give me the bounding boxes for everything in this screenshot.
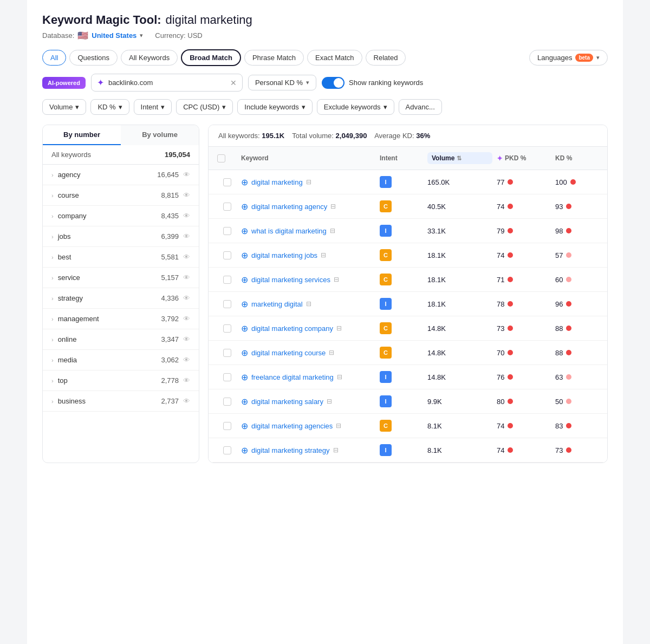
eye-icon[interactable]: 👁 — [183, 376, 190, 385]
list-item[interactable]: › online 3,347 👁 — [43, 329, 199, 350]
list-item[interactable]: › agency 16,645 👁 — [43, 165, 199, 185]
eye-icon[interactable]: 👁 — [183, 253, 190, 261]
add-keyword-icon[interactable]: ⊕ — [241, 201, 248, 212]
bookmark-icon[interactable]: ⊟ — [336, 324, 342, 332]
bookmark-icon[interactable]: ⊟ — [321, 251, 326, 259]
list-item[interactable]: › course 8,815 👁 — [43, 185, 199, 206]
list-item[interactable]: › strategy 4,336 👁 — [43, 288, 199, 309]
add-keyword-icon[interactable]: ⊕ — [241, 348, 248, 358]
eye-icon[interactable]: 👁 — [183, 397, 190, 405]
chevron-right-icon: › — [51, 275, 54, 281]
row-checkbox[interactable] — [223, 373, 231, 381]
domain-search-input[interactable] — [108, 79, 226, 87]
th-volume[interactable]: Volume ⇅ — [427, 152, 492, 164]
bookmark-icon[interactable]: ⊟ — [336, 422, 341, 430]
row-checkbox[interactable] — [223, 276, 231, 284]
row-checkbox[interactable] — [223, 398, 231, 406]
tab-exact-match[interactable]: Exact Match — [307, 50, 362, 66]
bookmark-icon[interactable]: ⊟ — [333, 446, 339, 454]
keyword-link[interactable]: digital marketing strategy — [251, 446, 330, 454]
tab-all[interactable]: All — [42, 50, 66, 66]
bookmark-icon[interactable]: ⊟ — [306, 178, 311, 186]
row-checkbox[interactable] — [223, 422, 231, 430]
add-keyword-icon[interactable]: ⊕ — [241, 226, 248, 236]
tab-broad-match[interactable]: Broad Match — [181, 49, 241, 66]
add-keyword-icon[interactable]: ⊕ — [241, 250, 248, 261]
volume-filter[interactable]: Volume ▾ — [42, 99, 86, 115]
row-checkbox[interactable] — [223, 227, 231, 235]
eye-icon[interactable]: 👁 — [183, 232, 190, 240]
eye-icon[interactable]: 👁 — [183, 191, 190, 199]
keyword-link[interactable]: digital marketing agency — [251, 203, 327, 211]
eye-icon[interactable]: 👁 — [183, 315, 190, 323]
intent-filter[interactable]: Intent ▾ — [134, 99, 172, 115]
sidebar-tab-by-volume[interactable]: By volume — [121, 125, 199, 145]
keyword-link[interactable]: digital marketing — [251, 178, 303, 186]
keyword-link[interactable]: digital marketing agencies — [251, 422, 333, 430]
row-checkbox[interactable] — [223, 300, 231, 308]
eye-icon[interactable]: 👁 — [183, 274, 190, 282]
db-country-link[interactable]: United States — [92, 31, 136, 40]
tab-languages[interactable]: Languages beta ▾ — [529, 50, 608, 66]
list-item[interactable]: › best 5,581 👁 — [43, 247, 199, 268]
keyword-link[interactable]: digital marketing jobs — [251, 251, 317, 259]
add-keyword-icon[interactable]: ⊕ — [241, 177, 248, 187]
bookmark-icon[interactable]: ⊟ — [337, 373, 342, 381]
kd-dropdown[interactable]: Personal KD % ▾ — [248, 75, 316, 90]
list-item[interactable]: › jobs 6,399 👁 — [43, 226, 199, 247]
add-keyword-icon[interactable]: ⊕ — [241, 323, 248, 334]
bookmark-icon[interactable]: ⊟ — [334, 276, 339, 283]
list-item[interactable]: › management 3,792 👁 — [43, 309, 199, 329]
eye-icon[interactable]: 👁 — [183, 335, 190, 343]
keyword-link[interactable]: freelance digital marketing — [251, 373, 334, 381]
select-all-checkbox[interactable] — [217, 154, 225, 162]
row-checkbox[interactable] — [223, 203, 231, 211]
list-item[interactable]: › media 3,062 👁 — [43, 350, 199, 370]
list-item[interactable]: › service 5,157 👁 — [43, 268, 199, 288]
keyword-link[interactable]: digital marketing services — [251, 276, 330, 284]
add-keyword-icon[interactable]: ⊕ — [241, 445, 248, 456]
add-keyword-icon[interactable]: ⊕ — [241, 396, 248, 407]
eye-icon[interactable]: 👁 — [183, 356, 190, 364]
add-keyword-icon[interactable]: ⊕ — [241, 421, 248, 431]
list-item[interactable]: › company 8,435 👁 — [43, 206, 199, 226]
keyword-link[interactable]: digital marketing company — [251, 324, 333, 333]
eye-icon[interactable]: 👁 — [183, 212, 190, 220]
db-chevron-icon[interactable]: ▾ — [140, 32, 143, 39]
keyword-link[interactable]: digital marketing salary — [251, 398, 323, 406]
bookmark-icon[interactable]: ⊟ — [327, 398, 332, 405]
eye-icon[interactable]: 👁 — [183, 294, 190, 302]
add-keyword-icon[interactable]: ⊕ — [241, 372, 248, 382]
add-keyword-icon[interactable]: ⊕ — [241, 299, 248, 309]
bookmark-icon[interactable]: ⊟ — [329, 349, 334, 356]
exclude-keywords-filter[interactable]: Exclude keywords ▾ — [317, 99, 394, 115]
tab-related[interactable]: Related — [366, 50, 406, 66]
bookmark-icon[interactable]: ⊟ — [330, 203, 336, 210]
list-item[interactable]: › top 2,778 👁 — [43, 370, 199, 391]
bookmark-icon[interactable]: ⊟ — [306, 300, 311, 308]
tab-questions[interactable]: Questions — [69, 50, 118, 66]
search-clear-icon[interactable]: ✕ — [230, 79, 237, 87]
tab-all-keywords[interactable]: All Keywords — [121, 50, 178, 66]
cpc-filter[interactable]: CPC (USD) ▾ — [176, 99, 233, 115]
eye-icon[interactable]: 👁 — [183, 171, 190, 179]
bookmark-icon[interactable]: ⊟ — [330, 227, 335, 235]
list-item[interactable]: › business 2,737 👁 — [43, 391, 199, 412]
sidebar-item-label: jobs — [58, 232, 71, 240]
sidebar-tab-by-number[interactable]: By number — [43, 125, 121, 145]
row-checkbox[interactable] — [223, 446, 231, 454]
tab-phrase-match[interactable]: Phrase Match — [244, 50, 304, 66]
row-checkbox[interactable] — [223, 324, 231, 333]
add-keyword-icon[interactable]: ⊕ — [241, 275, 248, 285]
row-checkbox[interactable] — [223, 251, 231, 259]
include-keywords-filter[interactable]: Include keywords ▾ — [237, 99, 312, 115]
keyword-link[interactable]: digital marketing course — [251, 349, 326, 357]
ranking-keywords-toggle[interactable] — [322, 77, 344, 89]
keyword-link[interactable]: what is digital marketing — [251, 227, 327, 235]
sidebar-item-count: 5,581 — [161, 253, 179, 261]
kd-filter[interactable]: KD % ▾ — [90, 99, 129, 115]
row-checkbox[interactable] — [223, 349, 231, 357]
advanced-filter[interactable]: Advanc... — [399, 99, 442, 115]
row-checkbox[interactable] — [223, 178, 231, 186]
keyword-link[interactable]: marketing digital — [251, 300, 303, 308]
